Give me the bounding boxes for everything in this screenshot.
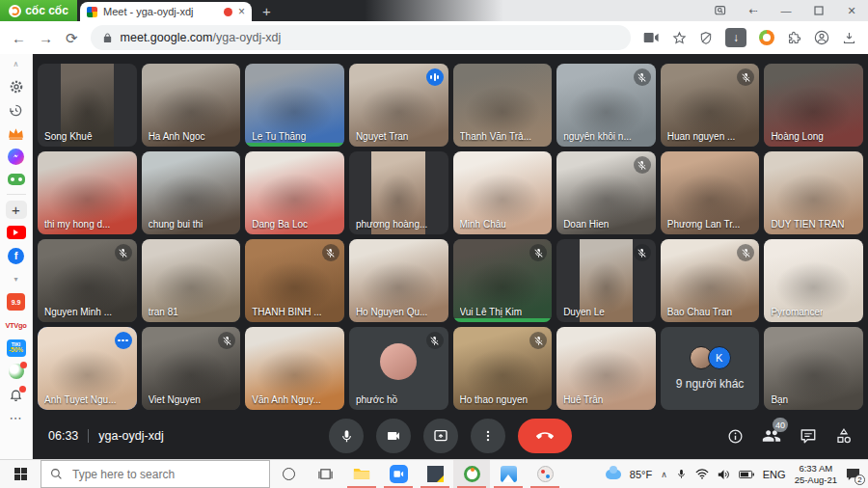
participant-tile[interactable]: Hoàng Long xyxy=(764,64,863,147)
participant-tile[interactable]: nguyên khôi n... xyxy=(556,64,656,147)
forward-icon[interactable]: → xyxy=(39,31,53,45)
tray-mic-icon[interactable] xyxy=(676,468,687,480)
extensions-puzzle-icon[interactable] xyxy=(787,31,801,45)
taskbar-clock[interactable]: 6:33 AM 25-Aug-21 xyxy=(795,463,837,485)
messenger-icon[interactable] xyxy=(6,148,27,165)
coccoc-brand[interactable]: cốc cốc xyxy=(0,0,77,21)
sidebar-expand-chevron-icon[interactable]: ▾ xyxy=(6,270,27,287)
history-icon[interactable] xyxy=(6,101,27,119)
more-options-button[interactable] xyxy=(471,419,505,453)
participant-tile[interactable]: Doan Hien xyxy=(556,151,656,234)
tab-search-icon[interactable] xyxy=(704,0,737,21)
taskbar-search[interactable] xyxy=(41,460,270,488)
add-shortcut-button[interactable]: + xyxy=(6,201,27,218)
overflow-tile[interactable]: K9 người khác xyxy=(661,327,760,410)
file-explorer-button[interactable] xyxy=(343,460,380,488)
profile-icon[interactable] xyxy=(814,30,829,45)
participant-tile[interactable]: Ho Nguyen Qu... xyxy=(349,239,448,322)
participant-tile[interactable]: DUY TIEN TRAN xyxy=(764,151,863,234)
participant-tile[interactable]: Pyromancer xyxy=(764,239,863,322)
games-gamepad-icon[interactable] xyxy=(6,171,27,188)
temperature-label[interactable]: 85°F xyxy=(630,469,652,480)
participant-tile[interactable]: Bạn xyxy=(764,327,863,410)
participant-tile[interactable]: Dang Ba Loc xyxy=(245,151,344,234)
participants-icon[interactable]: 40 xyxy=(762,426,781,446)
participant-tile[interactable]: Huê Trân xyxy=(556,327,656,410)
coccoc-browser-button[interactable] xyxy=(453,460,490,488)
minimize-button[interactable]: — xyxy=(770,0,802,21)
participant-tile[interactable]: Văn Anh Nguy... xyxy=(245,327,344,410)
search-input[interactable] xyxy=(70,467,225,482)
address-bar[interactable]: meet.google.com/yga-oydj-xdj xyxy=(91,25,631,50)
adblock-shield-icon[interactable] xyxy=(699,31,713,45)
participant-tile[interactable]: phước hồ xyxy=(349,327,448,410)
participant-tile[interactable]: Song Khuê xyxy=(38,64,137,147)
coccoc-savior-icon[interactable] xyxy=(759,30,774,45)
close-button[interactable]: ✕ xyxy=(835,0,868,21)
participant-tile[interactable]: Ho thao nguyen xyxy=(453,327,553,410)
participant-tile[interactable]: Huan nguyen ... xyxy=(661,64,760,147)
action-center-button[interactable]: 2 xyxy=(846,468,860,481)
cortana-button[interactable] xyxy=(270,460,307,488)
sidebar-collapse-icon[interactable]: ⇠ xyxy=(737,0,770,21)
tile-more-button[interactable] xyxy=(115,332,132,349)
notes-app-button[interactable] xyxy=(417,460,453,488)
bookmark-star-icon[interactable] xyxy=(672,31,687,45)
participant-tile[interactable]: Ha Anh Ngoc xyxy=(142,64,241,147)
vip-crown-icon[interactable] xyxy=(6,124,27,142)
participant-tile[interactable]: chung bui thi xyxy=(142,151,241,234)
sidebar-more-icon[interactable]: ⋯ xyxy=(6,409,27,426)
end-call-button[interactable] xyxy=(518,419,572,453)
mic-button[interactable] xyxy=(329,419,364,453)
tray-chevron-icon[interactable]: ∧ xyxy=(661,470,667,479)
wifi-icon[interactable] xyxy=(695,469,709,479)
participant-tile[interactable]: thi my hong d... xyxy=(38,151,137,234)
youtube-icon[interactable] xyxy=(6,224,27,241)
notifications-bell-icon[interactable] xyxy=(6,386,27,403)
chat-icon[interactable] xyxy=(800,427,817,445)
downloads-tray-icon[interactable] xyxy=(842,31,856,45)
camera-button[interactable] xyxy=(376,419,411,453)
task-view-button[interactable] xyxy=(307,460,343,488)
participant-tile[interactable]: Minh Châu xyxy=(453,151,553,234)
activities-icon[interactable] xyxy=(835,427,853,445)
participant-tile[interactable]: phương hoàng... xyxy=(349,151,448,234)
camera-permission-icon[interactable] xyxy=(643,32,660,43)
facebook-icon[interactable]: f xyxy=(6,247,27,264)
download-active-icon[interactable]: ↓ xyxy=(725,28,746,47)
participant-tile[interactable]: Bao Chau Tran xyxy=(661,239,760,322)
back-icon[interactable]: ← xyxy=(12,31,26,45)
new-tab-button[interactable]: + xyxy=(252,0,282,21)
participant-tile[interactable]: THANH BINH ... xyxy=(245,239,344,322)
tab-close-icon[interactable]: × xyxy=(238,6,245,17)
shopee-icon[interactable]: 9.9 xyxy=(6,293,27,311)
battery-icon[interactable] xyxy=(739,470,754,479)
start-button[interactable] xyxy=(0,460,41,488)
participant-tile[interactable]: Duyen Le xyxy=(556,239,656,322)
participant-tile[interactable]: Viet Nguyen xyxy=(142,327,241,410)
participant-tile[interactable]: Anh Tuyet Ngu... xyxy=(38,327,137,410)
participant-tile[interactable]: Nguyen Minh ... xyxy=(38,239,137,322)
meeting-info-icon[interactable] xyxy=(727,428,744,445)
zoom-app-button[interactable] xyxy=(380,460,417,488)
participant-tile[interactable]: Phương Lan Tr... xyxy=(661,151,760,234)
reload-icon[interactable]: ⟳ xyxy=(66,31,78,45)
football-icon[interactable] xyxy=(6,363,27,380)
maximize-button[interactable] xyxy=(802,0,835,21)
browser-tab[interactable]: Meet - yga-oydj-xdj × xyxy=(80,2,252,21)
weather-icon[interactable] xyxy=(606,470,621,479)
participant-tile[interactable]: Thanh Văn Trả... xyxy=(453,64,553,147)
settings-gear-icon[interactable] xyxy=(6,78,27,95)
language-label[interactable]: ENG xyxy=(763,469,786,480)
participant-tile[interactable]: tran 81 xyxy=(142,239,241,322)
paint-app-button[interactable] xyxy=(527,460,563,488)
vtv-go-icon[interactable]: VTVgo xyxy=(6,316,27,334)
participant-tile[interactable]: Vui Lê Thị Kim xyxy=(453,239,553,322)
present-screen-button[interactable] xyxy=(423,419,458,453)
tiki-icon[interactable]: TIKI-50% xyxy=(6,339,27,357)
participant-tile[interactable]: Le Tu Thắng xyxy=(245,64,344,147)
participant-tile[interactable]: Nguyet Tran xyxy=(349,64,448,147)
sidebar-collapse-chevron-icon[interactable]: ∧ xyxy=(6,55,27,72)
photos-app-button[interactable] xyxy=(490,460,527,488)
volume-icon[interactable] xyxy=(718,469,730,480)
